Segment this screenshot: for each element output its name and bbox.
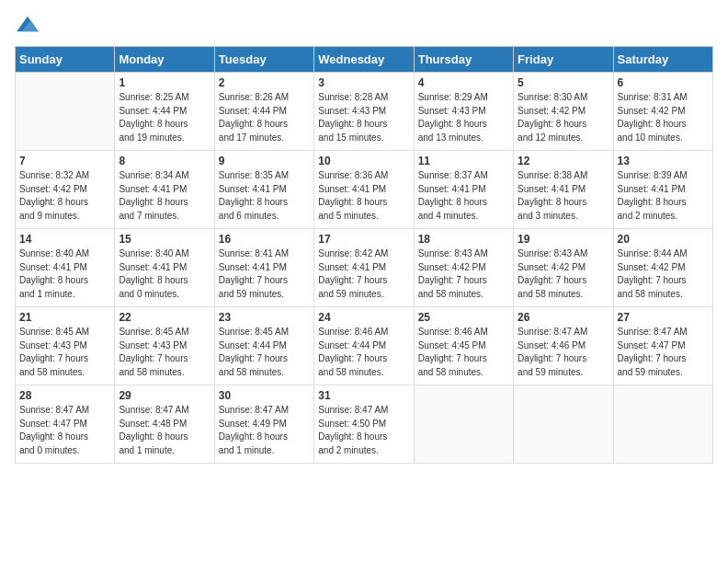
calendar-cell: 31Sunrise: 8:47 AM Sunset: 4:50 PM Dayli…	[314, 385, 414, 464]
day-number: 14	[19, 233, 110, 246]
day-number: 24	[318, 311, 409, 324]
day-info: Sunrise: 8:40 AM Sunset: 4:41 PM Dayligh…	[19, 247, 110, 301]
day-info: Sunrise: 8:36 AM Sunset: 4:41 PM Dayligh…	[318, 169, 409, 223]
day-info: Sunrise: 8:46 AM Sunset: 4:45 PM Dayligh…	[418, 326, 509, 379]
calendar-cell: 11Sunrise: 8:37 AM Sunset: 4:41 PM Dayli…	[414, 151, 513, 229]
day-info: Sunrise: 8:47 AM Sunset: 4:46 PM Dayligh…	[518, 326, 609, 379]
day-number: 10	[318, 155, 409, 167]
calendar-cell: 17Sunrise: 8:42 AM Sunset: 4:41 PM Dayli…	[314, 229, 414, 307]
day-number: 20	[618, 233, 709, 246]
calendar-cell: 15Sunrise: 8:40 AM Sunset: 4:41 PM Dayli…	[115, 229, 214, 307]
day-info: Sunrise: 8:25 AM Sunset: 4:44 PM Dayligh…	[119, 91, 210, 144]
calendar-cell: 12Sunrise: 8:38 AM Sunset: 4:41 PM Dayli…	[514, 151, 613, 229]
calendar-cell: 28Sunrise: 8:47 AM Sunset: 4:47 PM Dayli…	[16, 385, 115, 464]
day-number: 1	[119, 76, 210, 89]
weekday-header-sunday: Sunday	[16, 47, 115, 73]
calendar-cell: 23Sunrise: 8:45 AM Sunset: 4:44 PM Dayli…	[214, 307, 313, 385]
calendar-cell: 16Sunrise: 8:41 AM Sunset: 4:41 PM Dayli…	[214, 229, 313, 307]
calendar-cell: 7Sunrise: 8:32 AM Sunset: 4:42 PM Daylig…	[16, 151, 115, 229]
day-info: Sunrise: 8:31 AM Sunset: 4:42 PM Dayligh…	[618, 91, 709, 144]
calendar-cell: 18Sunrise: 8:43 AM Sunset: 4:42 PM Dayli…	[414, 229, 513, 307]
calendar-cell: 26Sunrise: 8:47 AM Sunset: 4:46 PM Dayli…	[514, 307, 613, 385]
day-info: Sunrise: 8:46 AM Sunset: 4:44 PM Dayligh…	[318, 326, 409, 379]
day-info: Sunrise: 8:47 AM Sunset: 4:50 PM Dayligh…	[318, 404, 409, 457]
calendar-cell: 9Sunrise: 8:35 AM Sunset: 4:41 PM Daylig…	[214, 151, 313, 229]
day-number: 19	[518, 233, 609, 246]
day-number: 7	[19, 155, 110, 167]
calendar-cell: 4Sunrise: 8:29 AM Sunset: 4:43 PM Daylig…	[414, 73, 513, 151]
day-number: 11	[418, 155, 509, 167]
weekday-header-thursday: Thursday	[414, 47, 513, 73]
calendar-cell: 2Sunrise: 8:26 AM Sunset: 4:44 PM Daylig…	[214, 73, 313, 151]
day-number: 29	[119, 389, 210, 402]
calendar-cell: 30Sunrise: 8:47 AM Sunset: 4:49 PM Dayli…	[214, 385, 313, 464]
calendar-cell: 27Sunrise: 8:47 AM Sunset: 4:47 PM Dayli…	[613, 307, 712, 385]
day-number: 6	[618, 76, 709, 89]
day-info: Sunrise: 8:34 AM Sunset: 4:41 PM Dayligh…	[119, 169, 210, 223]
day-info: Sunrise: 8:28 AM Sunset: 4:43 PM Dayligh…	[318, 91, 409, 144]
weekday-header-friday: Friday	[514, 47, 613, 73]
calendar-cell: 14Sunrise: 8:40 AM Sunset: 4:41 PM Dayli…	[16, 229, 115, 307]
day-info: Sunrise: 8:32 AM Sunset: 4:42 PM Dayligh…	[19, 169, 110, 223]
day-number: 3	[318, 76, 409, 89]
calendar-cell: 29Sunrise: 8:47 AM Sunset: 4:48 PM Dayli…	[115, 385, 214, 464]
calendar-cell: 24Sunrise: 8:46 AM Sunset: 4:44 PM Dayli…	[314, 307, 414, 385]
day-number: 23	[219, 311, 310, 324]
calendar-cell: 13Sunrise: 8:39 AM Sunset: 4:41 PM Dayli…	[613, 151, 712, 229]
day-number: 16	[219, 233, 310, 246]
day-number: 8	[119, 155, 210, 167]
calendar-cell: 20Sunrise: 8:44 AM Sunset: 4:42 PM Dayli…	[613, 229, 712, 307]
day-info: Sunrise: 8:26 AM Sunset: 4:44 PM Dayligh…	[219, 91, 310, 144]
calendar-cell: 5Sunrise: 8:30 AM Sunset: 4:42 PM Daylig…	[514, 73, 613, 151]
day-number: 27	[618, 311, 709, 324]
calendar-week-0: 1Sunrise: 8:25 AM Sunset: 4:44 PM Daylig…	[16, 73, 713, 151]
day-number: 4	[418, 76, 509, 89]
calendar-cell: 8Sunrise: 8:34 AM Sunset: 4:41 PM Daylig…	[115, 151, 214, 229]
calendar-week-1: 7Sunrise: 8:32 AM Sunset: 4:42 PM Daylig…	[16, 151, 713, 229]
day-info: Sunrise: 8:45 AM Sunset: 4:44 PM Dayligh…	[219, 326, 310, 379]
logo-icon	[15, 15, 40, 35]
day-number: 26	[518, 311, 609, 324]
day-number: 9	[219, 155, 310, 167]
weekday-header-tuesday: Tuesday	[214, 47, 313, 73]
day-number: 30	[219, 389, 310, 402]
day-info: Sunrise: 8:47 AM Sunset: 4:47 PM Dayligh…	[19, 404, 110, 457]
day-number: 22	[119, 311, 210, 324]
calendar-cell: 6Sunrise: 8:31 AM Sunset: 4:42 PM Daylig…	[613, 73, 712, 151]
day-info: Sunrise: 8:43 AM Sunset: 4:42 PM Dayligh…	[418, 247, 509, 301]
day-info: Sunrise: 8:42 AM Sunset: 4:41 PM Dayligh…	[318, 247, 409, 301]
day-number: 21	[19, 311, 110, 324]
calendar-week-3: 21Sunrise: 8:45 AM Sunset: 4:43 PM Dayli…	[16, 307, 713, 385]
day-number: 15	[119, 233, 210, 246]
day-info: Sunrise: 8:38 AM Sunset: 4:41 PM Dayligh…	[518, 169, 609, 223]
calendar-cell: 21Sunrise: 8:45 AM Sunset: 4:43 PM Dayli…	[16, 307, 115, 385]
calendar-cell: 3Sunrise: 8:28 AM Sunset: 4:43 PM Daylig…	[314, 73, 414, 151]
day-info: Sunrise: 8:35 AM Sunset: 4:41 PM Dayligh…	[219, 169, 310, 223]
day-info: Sunrise: 8:44 AM Sunset: 4:42 PM Dayligh…	[618, 247, 709, 301]
calendar-week-4: 28Sunrise: 8:47 AM Sunset: 4:47 PM Dayli…	[16, 385, 713, 464]
day-number: 12	[518, 155, 609, 167]
day-info: Sunrise: 8:47 AM Sunset: 4:48 PM Dayligh…	[119, 404, 210, 457]
day-number: 2	[219, 76, 310, 89]
day-info: Sunrise: 8:45 AM Sunset: 4:43 PM Dayligh…	[19, 326, 110, 379]
calendar-table: SundayMondayTuesdayWednesdayThursdayFrid…	[15, 46, 713, 464]
calendar-cell: 19Sunrise: 8:43 AM Sunset: 4:42 PM Dayli…	[514, 229, 613, 307]
day-info: Sunrise: 8:29 AM Sunset: 4:43 PM Dayligh…	[418, 91, 509, 144]
day-info: Sunrise: 8:41 AM Sunset: 4:41 PM Dayligh…	[219, 247, 310, 301]
day-number: 5	[518, 76, 609, 89]
weekday-header-wednesday: Wednesday	[314, 47, 414, 73]
day-info: Sunrise: 8:40 AM Sunset: 4:41 PM Dayligh…	[119, 247, 210, 301]
day-info: Sunrise: 8:47 AM Sunset: 4:47 PM Dayligh…	[618, 326, 709, 379]
day-number: 17	[318, 233, 409, 246]
day-number: 28	[19, 389, 110, 402]
day-number: 31	[318, 389, 409, 402]
day-info: Sunrise: 8:37 AM Sunset: 4:41 PM Dayligh…	[418, 169, 509, 223]
calendar-cell	[414, 385, 513, 464]
calendar-cell: 1Sunrise: 8:25 AM Sunset: 4:44 PM Daylig…	[115, 73, 214, 151]
day-info: Sunrise: 8:45 AM Sunset: 4:43 PM Dayligh…	[119, 326, 210, 379]
calendar-cell	[16, 73, 115, 151]
calendar-cell: 10Sunrise: 8:36 AM Sunset: 4:41 PM Dayli…	[314, 151, 414, 229]
day-info: Sunrise: 8:47 AM Sunset: 4:49 PM Dayligh…	[219, 404, 310, 457]
day-info: Sunrise: 8:39 AM Sunset: 4:41 PM Dayligh…	[618, 169, 709, 223]
weekday-header-saturday: Saturday	[613, 47, 712, 73]
